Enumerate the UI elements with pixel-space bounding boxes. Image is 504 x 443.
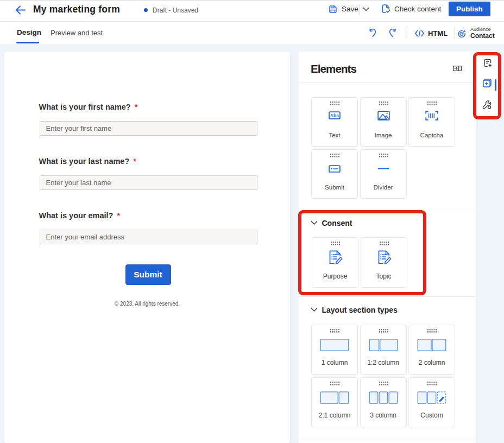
svg-text:Abc: Abc — [330, 113, 339, 118]
